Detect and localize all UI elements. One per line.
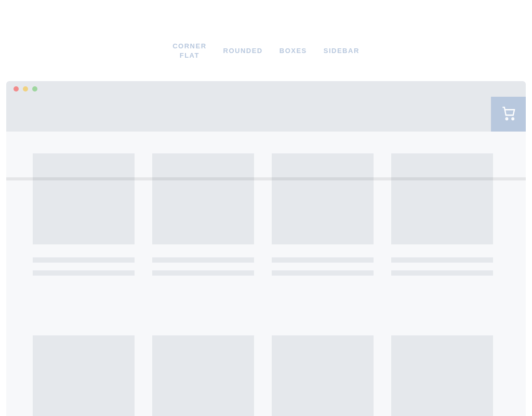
product-image-placeholder (272, 335, 374, 416)
product-card[interactable] (152, 335, 254, 416)
product-subtitle-placeholder (33, 270, 135, 276)
store-body (6, 132, 526, 416)
product-card[interactable] (272, 335, 374, 416)
product-title-placeholder (152, 257, 254, 263)
svg-point-1 (512, 118, 514, 120)
browser-chrome (6, 81, 526, 97)
tab-sidebar[interactable]: SIDEBAR (324, 46, 360, 56)
svg-point-0 (506, 118, 508, 120)
product-card[interactable] (33, 153, 135, 276)
traffic-light-minimize-icon (23, 86, 28, 92)
product-title-placeholder (33, 257, 135, 263)
grid-row-gap (33, 293, 499, 318)
cart-icon (501, 106, 516, 123)
store-header (6, 97, 526, 132)
product-image-placeholder (33, 335, 135, 416)
product-subtitle-placeholder (391, 270, 493, 276)
tab-corner-flat[interactable]: CORNER FLAT (172, 42, 206, 60)
product-image-placeholder (152, 335, 254, 416)
cart-button[interactable] (491, 97, 526, 132)
divider-overlay (6, 177, 526, 180)
product-subtitle-placeholder (272, 270, 374, 276)
product-card[interactable] (152, 153, 254, 276)
layout-tab-bar: CORNER FLAT ROUNDED BOXES SIDEBAR (0, 0, 532, 81)
product-image-placeholder (272, 153, 374, 244)
product-image-placeholder (152, 153, 254, 244)
traffic-light-close-icon (14, 86, 19, 92)
product-title-placeholder (391, 257, 493, 263)
product-image-placeholder (391, 153, 493, 244)
product-grid (33, 153, 499, 416)
browser-window (6, 81, 526, 416)
product-image-placeholder (391, 335, 493, 416)
product-image-placeholder (33, 153, 135, 244)
tab-boxes[interactable]: BOXES (280, 46, 307, 56)
product-card[interactable] (33, 335, 135, 416)
product-card[interactable] (391, 153, 493, 276)
product-subtitle-placeholder (152, 270, 254, 276)
tab-rounded[interactable]: ROUNDED (223, 46, 263, 56)
product-card[interactable] (272, 153, 374, 276)
traffic-light-maximize-icon (32, 86, 37, 92)
product-title-placeholder (272, 257, 374, 263)
product-card[interactable] (391, 335, 493, 416)
